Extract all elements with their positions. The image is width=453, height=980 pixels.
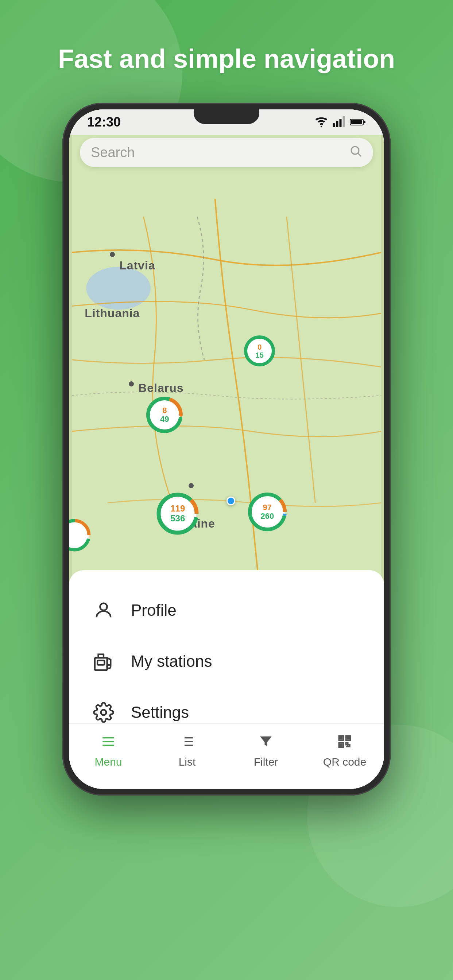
- cluster2-num2: 15: [256, 351, 264, 359]
- nav-label-filter: Filter: [254, 756, 278, 768]
- phone-frame: Latvia Lithuania Belarus Ukraine Moldova…: [62, 103, 391, 795]
- phone-mockup: Latvia Lithuania Belarus Ukraine Moldova…: [62, 103, 391, 795]
- menu-nav-icon: [100, 734, 116, 753]
- bottom-nav: Menu: [69, 723, 384, 789]
- menu-label-profile: Profile: [131, 601, 177, 619]
- svg-line-20: [358, 153, 361, 156]
- map-label-latvia: Latvia: [119, 259, 155, 272]
- battery-icon: [350, 118, 366, 127]
- phone-notch: [194, 110, 259, 124]
- map-label-lithuania: Lithuania: [85, 307, 140, 320]
- svg-rect-30: [95, 658, 107, 670]
- cluster4-num1: 97: [263, 503, 272, 512]
- cluster2-num1: 0: [257, 343, 262, 351]
- svg-rect-54: [340, 744, 342, 746]
- search-bar[interactable]: Search: [80, 138, 373, 167]
- status-icons: [315, 116, 366, 129]
- nav-label-list: List: [179, 756, 196, 768]
- cluster1-num1: 8: [162, 406, 167, 415]
- search-placeholder: Search: [91, 145, 349, 161]
- svg-rect-53: [347, 737, 349, 739]
- svg-rect-52: [340, 737, 342, 739]
- menu-item-profile[interactable]: Profile: [69, 585, 384, 636]
- svg-point-32: [107, 665, 111, 669]
- phone-screen: Latvia Lithuania Belarus Ukraine Moldova…: [69, 110, 384, 789]
- cluster4-num2: 260: [260, 512, 274, 520]
- settings-icon: [91, 700, 116, 725]
- svg-rect-31: [97, 660, 104, 665]
- list-nav-icon: [179, 734, 195, 753]
- map-label-belarus: Belarus: [138, 381, 183, 395]
- svg-point-1: [86, 267, 151, 310]
- gas-station-icon: [91, 649, 116, 674]
- filter-nav-icon: [258, 734, 274, 753]
- profile-icon: [91, 598, 116, 623]
- signal-icon: [332, 116, 345, 129]
- cluster3-num2: 536: [170, 514, 185, 523]
- map-cluster-2[interactable]: 0 15: [242, 334, 277, 368]
- wifi-icon: [315, 116, 328, 129]
- nav-item-qr[interactable]: QR code: [305, 734, 384, 768]
- svg-point-19: [351, 146, 359, 154]
- status-time: 12:30: [87, 115, 121, 130]
- svg-rect-28: [364, 121, 365, 123]
- nav-item-filter[interactable]: Filter: [226, 734, 305, 768]
- map-dot-3: [129, 381, 134, 387]
- svg-rect-27: [351, 120, 362, 124]
- search-icon: [349, 145, 362, 161]
- nav-item-menu[interactable]: Menu: [69, 734, 148, 768]
- cluster1-num2: 49: [160, 415, 169, 424]
- cluster3-num1: 119: [170, 504, 185, 513]
- svg-point-21: [321, 126, 322, 127]
- map-cluster-edge[interactable]: [69, 517, 93, 554]
- qr-nav-icon: [337, 734, 353, 753]
- svg-rect-25: [343, 116, 345, 127]
- menu-label-my-stations: My stations: [131, 652, 212, 670]
- svg-point-29: [100, 603, 107, 610]
- svg-point-33: [101, 710, 107, 715]
- svg-rect-24: [340, 119, 342, 127]
- nav-label-menu: Menu: [94, 756, 122, 768]
- svg-rect-22: [333, 123, 335, 127]
- nav-item-list[interactable]: List: [148, 734, 226, 768]
- menu-item-my-stations[interactable]: My stations: [69, 636, 384, 687]
- map-cluster-1[interactable]: 8 49: [144, 395, 185, 435]
- nav-label-qr: QR code: [323, 756, 366, 768]
- map-cluster-4[interactable]: 97 260: [246, 490, 289, 534]
- menu-label-settings: Settings: [131, 703, 189, 722]
- svg-rect-23: [336, 121, 338, 127]
- menu-overlay: Profile My stations: [69, 570, 384, 789]
- page-title: Fast and simple navigation: [58, 44, 395, 74]
- map-cluster-3[interactable]: 119 536: [154, 490, 201, 538]
